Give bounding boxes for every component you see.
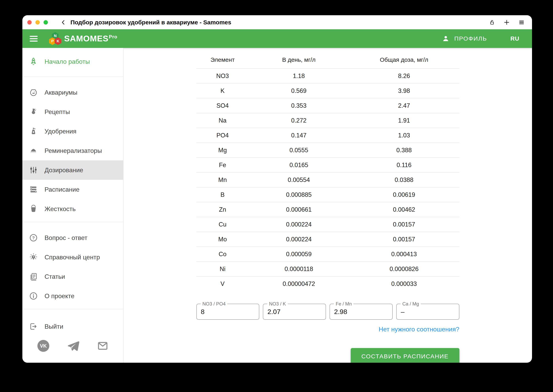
element-cell: K [196, 87, 249, 94]
total-dose-cell: 1.91 [349, 117, 459, 124]
element-cell: Mg [196, 147, 249, 154]
create-schedule-button[interactable]: СОСТАВИТЬ РАСПИСАНИЕ [351, 348, 459, 363]
tab-overview-icon[interactable] [518, 19, 525, 26]
person-icon [442, 35, 450, 43]
total-dose-cell: 0.116 [349, 161, 459, 169]
hamburger-menu-icon[interactable] [30, 36, 38, 42]
minimize-window-button[interactable] [35, 20, 40, 25]
total-dose-cell: 0.0000826 [349, 266, 459, 273]
sidebar-item-label: Жесткость [45, 205, 76, 213]
sidebar: Начало работы [22, 48, 124, 363]
element-cell: PO4 [196, 132, 249, 139]
element-cell: Mo [196, 236, 249, 243]
svg-text:?: ? [32, 235, 35, 240]
sidebar-item-aquariums[interactable]: Аквариумы [22, 83, 123, 102]
email-icon[interactable] [97, 340, 109, 352]
sidebar-item-getting-started[interactable]: Начало работы [22, 52, 123, 71]
sidebar-item-schedule[interactable]: Расписание [22, 180, 123, 199]
profile-button[interactable]: ПРОФИЛЬ [442, 35, 487, 43]
per-day-cell: 0.00554 [249, 176, 349, 183]
vk-icon[interactable]: VK [37, 340, 50, 352]
per-day-cell: 0.000224 [249, 221, 349, 228]
telegram-icon[interactable] [67, 340, 79, 352]
sidebar-item-about[interactable]: О проекте [22, 286, 123, 306]
sidebar-item-label: Рецепты [45, 108, 70, 116]
sidebar-item-help-center[interactable]: ? Справочный центр [22, 247, 123, 267]
per-day-cell: 0.000661 [249, 206, 349, 213]
table-row: Mn0.005540.0388 [196, 172, 459, 187]
sidebar-item-recipes[interactable]: Рецепты [22, 102, 123, 122]
table-row: Na0.2721.91 [196, 113, 459, 128]
sidebar-item-articles[interactable]: Статьи [22, 267, 123, 286]
sidebar-item-label: Статьи [45, 273, 65, 280]
articles-icon [28, 271, 39, 282]
rocket-icon [28, 56, 39, 67]
logo-text: SAMOMESPro [64, 34, 117, 43]
back-chevron-icon[interactable] [60, 19, 67, 26]
sidebar-item-label: Начало работы [45, 58, 90, 65]
sidebar-secondary-group: ? Вопрос - ответ [22, 228, 123, 306]
ratio-field-label: NO3 / K [267, 301, 288, 307]
ratio-field-ca-mg: Ca / Mg [396, 304, 459, 320]
sidebar-item-remineralizers[interactable]: Реминерализаторы [22, 141, 123, 160]
element-cell: Fe [196, 161, 249, 169]
sidebar-item-hardness[interactable]: Жесткость [22, 199, 123, 219]
sidebar-divider [22, 222, 123, 222]
language-switcher[interactable]: RU [511, 35, 519, 42]
sidebar-item-label: Аквариумы [45, 89, 77, 96]
ratio-field-label: Fe / Mn [334, 301, 353, 307]
total-dose-cell: 0.00462 [349, 206, 459, 213]
total-dose-cell: 3.98 [349, 87, 459, 94]
per-day-cell: 1.18 [249, 72, 349, 80]
per-day-cell: 0.0555 [249, 147, 349, 154]
column-header-total-dose: Общая доза, мг/л [349, 56, 459, 63]
fertilizer-bottle-icon [28, 126, 39, 136]
sidebar-item-label: Справочный центр [45, 254, 100, 261]
close-window-button[interactable] [27, 20, 32, 25]
element-cell: Ni [196, 266, 249, 273]
per-day-cell: 0.000885 [249, 191, 349, 198]
zoom-window-button[interactable] [43, 20, 48, 25]
sidebar-item-faq[interactable]: ? Вопрос - ответ [22, 228, 123, 247]
element-cell: V [196, 280, 249, 287]
window-controls [27, 20, 48, 25]
per-day-cell: 0.272 [249, 117, 349, 124]
sidebar-item-dosing[interactable]: Дозирование [22, 160, 123, 180]
sidebar-divider [22, 77, 123, 77]
sidebar-item-fertilizers[interactable]: Удобрения [22, 122, 123, 141]
total-dose-cell: 0.000033 [349, 280, 459, 287]
sidebar-item-label: Выйти [45, 323, 63, 330]
sliders-icon [28, 165, 39, 175]
total-dose-cell: 0.00619 [349, 191, 459, 198]
element-cell: B [196, 191, 249, 198]
per-day-cell: 0.000224 [249, 236, 349, 243]
total-dose-cell: 0.0388 [349, 176, 459, 183]
lightbulb-icon: ? [28, 252, 39, 262]
table-row: NO31.188.26 [196, 68, 459, 83]
lock-open-icon[interactable] [489, 19, 495, 26]
per-day-cell: 0.00000472 [249, 280, 349, 287]
element-cell: Cu [196, 221, 249, 228]
element-cell: Mn [196, 176, 249, 183]
browser-window: Подбор дозировок удобрений в аквариуме -… [22, 15, 532, 363]
element-cell: SO4 [196, 102, 249, 109]
new-tab-plus-icon[interactable] [503, 19, 510, 26]
profile-label: ПРОФИЛЬ [454, 35, 487, 42]
ratio-field-label: Ca / Mg [401, 301, 421, 307]
logo-pro-badge: Pro [109, 34, 117, 39]
screenshot-stage: Подбор дозировок удобрений в аквариуме -… [0, 0, 553, 392]
sidebar-item-logout[interactable]: Выйти [22, 317, 123, 336]
table-row: Co0.0000590.000413 [196, 246, 459, 261]
ratio-fields: NO3 / PO4 NO3 / K Fe / Mn Ca / Mg [196, 304, 459, 320]
app-logo[interactable]: N P K SAMOMESPro [49, 32, 117, 45]
main-content: Элемент В день, мг/л Общая доза, мг/л NO… [124, 48, 532, 363]
npk-logo-icon: N P K [49, 32, 61, 45]
per-day-cell: 0.000059 [249, 251, 349, 258]
element-cell: Co [196, 251, 249, 258]
table-row: Cu0.0002240.00157 [196, 217, 459, 232]
per-day-cell: 0.569 [249, 87, 349, 94]
table-header-row: Элемент В день, мг/л Общая доза, мг/л [196, 48, 459, 68]
missing-ratio-link[interactable]: Нет нужного соотношения? [379, 326, 459, 333]
logout-icon [28, 321, 39, 332]
info-circle-icon [28, 291, 39, 301]
